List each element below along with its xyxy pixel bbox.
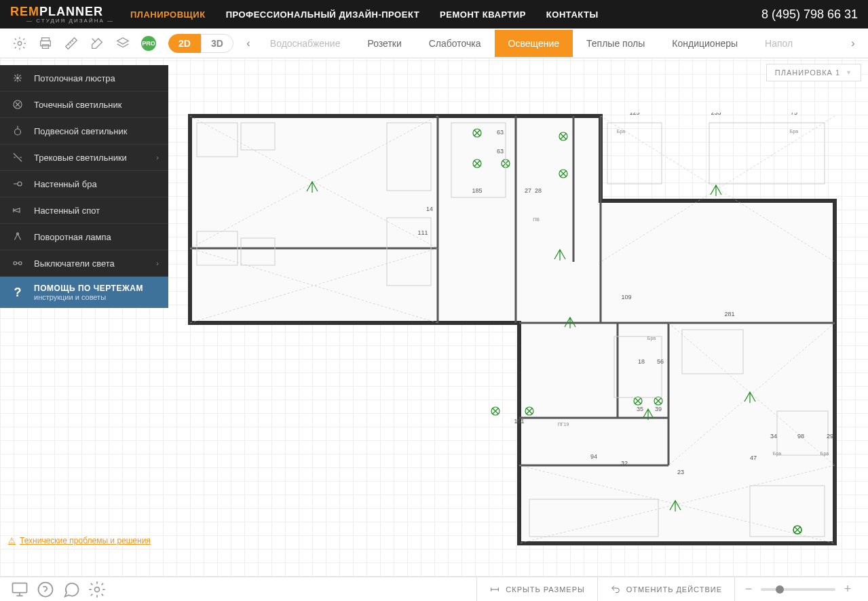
tab-lowvoltage[interactable]: Слаботочка xyxy=(415,30,495,57)
tool-label: Потолочная люстра xyxy=(34,73,159,83)
nav-planner[interactable]: ПЛАНИРОВЩИК xyxy=(130,9,206,20)
plan-selector[interactable]: ПЛАНИРОВКА 1 ▼ xyxy=(766,64,861,81)
svg-text:Бра: Бра xyxy=(647,336,656,341)
gear-icon[interactable] xyxy=(88,580,107,599)
tool-spot-light[interactable]: Точечный светильник xyxy=(0,92,168,118)
svg-text:29: 29 xyxy=(827,433,833,440)
svg-text:185: 185 xyxy=(472,187,482,194)
svg-point-79 xyxy=(95,587,100,592)
svg-text:94: 94 xyxy=(590,453,597,460)
view-2d-button[interactable]: 2D xyxy=(168,34,201,53)
svg-text:281: 281 xyxy=(724,311,734,317)
svg-text:27: 27 xyxy=(525,187,531,194)
tool-label: Настенный бра xyxy=(34,179,159,189)
help-icon: ? xyxy=(10,286,26,300)
svg-text:ПГ19: ПГ19 xyxy=(558,422,569,427)
zoom-controls: − + xyxy=(734,577,861,601)
tabs-prev-icon[interactable]: ‹ xyxy=(240,35,257,52)
svg-point-10 xyxy=(19,262,22,265)
plan-selector-label: ПЛАНИРОВКА 1 xyxy=(775,69,840,77)
tab-water[interactable]: Водоснабжение xyxy=(257,30,354,57)
svg-text:56: 56 xyxy=(657,358,664,365)
tab-heating[interactable]: Теплые полы xyxy=(573,30,658,57)
ceiling-light-icon xyxy=(10,72,26,84)
layers-icon[interactable] xyxy=(113,34,132,53)
tab-lighting[interactable]: Освещение xyxy=(495,30,573,57)
zoom-in-button[interactable]: + xyxy=(842,582,853,596)
view-toggle: 2D 3D xyxy=(168,34,233,53)
svg-text:63: 63 xyxy=(497,129,504,136)
svg-rect-1 xyxy=(42,37,50,41)
rotate-lamp-icon xyxy=(10,231,26,243)
logo-rem: REM xyxy=(10,5,39,19)
svg-text:34: 34 xyxy=(770,433,777,440)
tool-pendant-light[interactable]: Подвесной светильник xyxy=(0,118,168,144)
tools-icon[interactable] xyxy=(88,34,107,53)
svg-point-7 xyxy=(18,182,22,186)
settings-icon[interactable] xyxy=(10,34,29,53)
spot-light-icon xyxy=(10,98,26,111)
bottom-bar: СКРЫТЬ РАЗМЕРЫ ОТМЕНИТЬ ДЕЙСТВИЕ − + xyxy=(0,577,868,601)
hide-dimensions-label: СКРЫТЬ РАЗМЕРЫ xyxy=(506,585,584,594)
tool-wall-spot[interactable]: Настенный спот xyxy=(0,197,168,224)
svg-text:39: 39 xyxy=(655,406,662,412)
toolbar: PRO 2D 3D ‹ Водоснабжение Розетки Слабот… xyxy=(0,28,868,58)
undo-button[interactable]: ОТМЕНИТЬ ДЕЙСТВИЕ xyxy=(597,577,734,601)
zoom-thumb[interactable] xyxy=(776,585,784,594)
logo[interactable]: REM PLANNER — СТУДИЯ ДИЗАЙНА — xyxy=(10,5,130,24)
tool-label: Подвесной светильник xyxy=(34,126,159,136)
svg-text:151: 151 xyxy=(514,418,524,425)
undo-label: ОТМЕНИТЬ ДЕЙСТВИЕ xyxy=(626,585,722,594)
canvas-area[interactable]: ПЛАНИРОВКА 1 ▼ Потолочная люстра Точечны… xyxy=(0,58,868,577)
ruler-icon[interactable] xyxy=(62,34,81,53)
svg-text:28: 28 xyxy=(535,187,542,194)
tools-panel: Потолочная люстра Точечный светильник По… xyxy=(0,65,168,308)
tool-label: Точечный светильник xyxy=(34,100,159,110)
zoom-slider[interactable] xyxy=(761,588,835,591)
tech-issues-link[interactable]: Технические проблемы и решения xyxy=(8,536,151,545)
svg-point-0 xyxy=(18,41,22,45)
zoom-out-button[interactable]: − xyxy=(743,582,754,596)
svg-text:Бра: Бра xyxy=(790,129,798,134)
tool-wall-bra[interactable]: Настенный бра xyxy=(0,171,168,197)
tool-ceiling-light[interactable]: Потолочная люстра xyxy=(0,65,168,92)
phone-number[interactable]: 8 (495) 798 66 31 xyxy=(761,7,858,22)
tool-label: Трековые светильники xyxy=(34,153,156,163)
monitor-icon[interactable] xyxy=(10,580,29,599)
chat-icon[interactable] xyxy=(62,580,81,599)
svg-text:98: 98 xyxy=(797,433,804,440)
tool-label: Поворотная лампа xyxy=(34,232,159,242)
nav-contacts[interactable]: КОНТАКТЫ xyxy=(546,9,599,20)
nav-design[interactable]: ПРОФЕССИОНАЛЬНЫЙ ДИЗАЙН-ПРОЕКТ xyxy=(226,9,419,20)
tool-switches[interactable]: Выключатели света › xyxy=(0,250,168,277)
view-3d-button[interactable]: 3D xyxy=(201,34,233,53)
pro-badge[interactable]: PRO xyxy=(141,36,156,51)
logo-subtitle: — СТУДИЯ ДИЗАЙНА — xyxy=(10,18,130,24)
help-panel[interactable]: ? ПОМОЩЬ ПО ЧЕРТЕЖАМ инструкции и советы xyxy=(0,277,168,308)
tab-sockets[interactable]: Розетки xyxy=(354,30,415,57)
svg-text:Бра: Бра xyxy=(820,451,829,457)
svg-rect-3 xyxy=(42,44,48,48)
svg-text:32: 32 xyxy=(621,460,628,467)
floorplan[interactable]: 125 233 75 63 63 185 27 28 14 111 109 28… xyxy=(187,113,838,549)
svg-point-9 xyxy=(14,262,17,265)
tabs-next-icon[interactable]: › xyxy=(845,35,861,52)
print-icon[interactable] xyxy=(36,34,55,53)
nav-renovation[interactable]: РЕМОНТ КВАРТИР xyxy=(440,9,526,20)
switch-icon xyxy=(10,257,26,269)
tool-rotate-lamp[interactable]: Поворотная лампа xyxy=(0,224,168,250)
svg-text:75: 75 xyxy=(791,113,797,116)
bra-icon xyxy=(10,178,26,190)
tab-flooring[interactable]: Напол xyxy=(751,30,806,57)
svg-text:Бра: Бра xyxy=(773,451,781,457)
svg-point-6 xyxy=(15,129,21,135)
hide-dimensions-button[interactable]: СКРЫТЬ РАЗМЕРЫ xyxy=(476,577,597,601)
tool-track-light[interactable]: Трековые светильники › xyxy=(0,144,168,171)
svg-text:23: 23 xyxy=(677,469,684,476)
track-icon xyxy=(10,151,26,163)
help-circle-icon[interactable] xyxy=(36,580,55,599)
svg-text:47: 47 xyxy=(750,454,757,461)
tab-ac[interactable]: Кондиционеры xyxy=(658,30,751,57)
svg-text:125: 125 xyxy=(629,113,639,116)
svg-text:111: 111 xyxy=(417,229,428,236)
